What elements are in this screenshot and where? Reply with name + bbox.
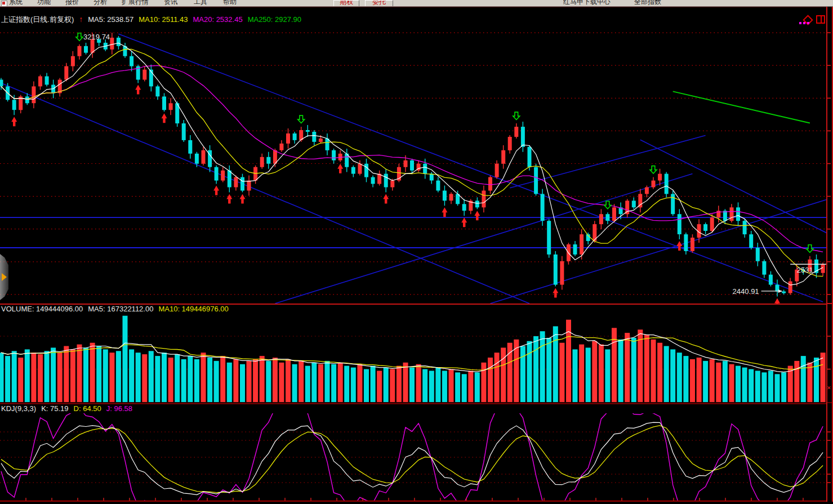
- menu-item-function[interactable]: 功能: [37, 0, 51, 6]
- menu-status-right: 全部指数: [634, 0, 661, 6]
- menu-item-quotes[interactable]: 报价: [65, 0, 79, 6]
- split-window-icon[interactable]: [816, 15, 825, 24]
- kdj-k-value: K: 75.19: [41, 404, 68, 413]
- close-pane-icon[interactable]: ✕: [827, 385, 831, 391]
- more-options-dots-icon[interactable]: [799, 22, 801, 24]
- svg-text:2531.: 2531.: [797, 266, 816, 274]
- menu-item-news[interactable]: 资讯: [164, 0, 177, 6]
- menu-item-help[interactable]: 帮助: [223, 0, 237, 6]
- menu-item-system[interactable]: 系统: [9, 0, 23, 6]
- menu-button-options[interactable]: 期权: [333, 0, 359, 7]
- svg-text:2440.91: 2440.91: [733, 287, 759, 296]
- ma20-value: MA20: 2532.45: [193, 15, 242, 24]
- kdj-header: KDJ(9,3,3)K: 75.19D: 64.50J: 96.58: [1, 404, 137, 413]
- main-chart-header: 上证指数(日线.前复权)↑MA5: 2538.57MA10: 2511.43MA…: [1, 15, 306, 25]
- menu-item-tools[interactable]: 工具: [194, 0, 207, 6]
- kdj-name: KDJ(9,3,3): [1, 404, 36, 413]
- menu-item-extended[interactable]: 扩展行情: [122, 0, 149, 6]
- app-icon[interactable]: [1, 1, 7, 7]
- price-up-arrow-icon: ↑: [79, 15, 83, 24]
- menu-status-left: 红马甲下载中心: [563, 0, 611, 6]
- trading-app-window: 系统 功能 报价 分析 扩展行情 资讯 工具 帮助 期权 委托 红马甲下载中心 …: [0, 0, 833, 504]
- menu-item-analysis[interactable]: 分析: [93, 0, 107, 6]
- kdj-chart[interactable]: [0, 413, 826, 502]
- ma10-value: MA10: 2511.43: [139, 15, 188, 24]
- menu-bar: 系统 功能 报价 分析 扩展行情 资讯 工具 帮助 期权 委托 红马甲下载中心 …: [0, 0, 833, 7]
- svg-text:3219.74: 3219.74: [83, 33, 110, 41]
- volume-chart[interactable]: [0, 313, 826, 403]
- volume-ma10-value: MA10: 149446976.00: [158, 305, 228, 313]
- volume-value: VOLUME: 149444096.00: [1, 305, 83, 313]
- ma5-value: MA5: 2538.57: [88, 15, 133, 24]
- kdj-j-value: J: 96.58: [106, 404, 132, 413]
- main-price-chart[interactable]: 2531.3219.742440.91: [0, 7, 826, 304]
- menu-button-order[interactable]: 委托: [365, 0, 393, 7]
- chart-title: 上证指数(日线.前复权): [1, 15, 74, 24]
- expand-arrow-icon: [2, 273, 7, 281]
- ma250-value: MA250: 2927.90: [248, 15, 301, 24]
- kdj-d-value: D: 64.50: [74, 404, 101, 413]
- volume-ma5-value: MA5: 167322112.00: [88, 305, 153, 313]
- volume-header: VOLUME: 149444096.00MA5: 167322112.00MA1…: [1, 305, 234, 313]
